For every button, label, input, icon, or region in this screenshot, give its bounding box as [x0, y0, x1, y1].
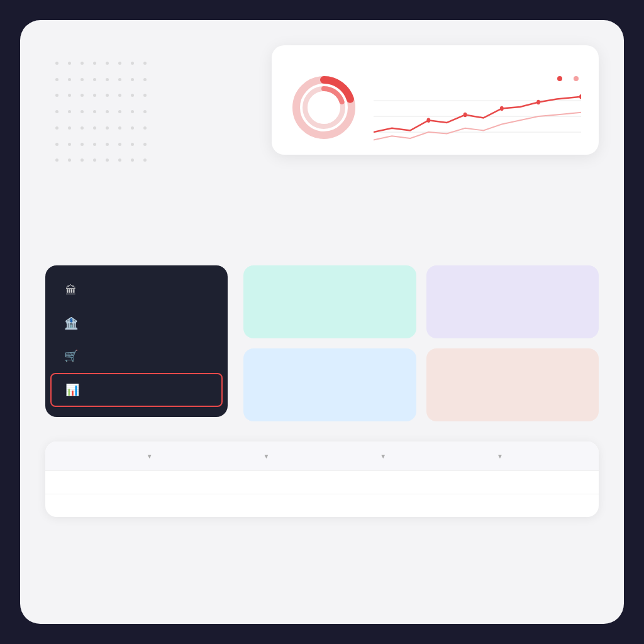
- cell-payment-0: [248, 471, 365, 494]
- filter-icon-payment: ▼: [263, 453, 269, 460]
- table-header-row: ▼ ▼ ▼ ▼: [45, 441, 599, 471]
- legend-dot-credit: [574, 76, 579, 81]
- col-status[interactable]: ▼: [482, 441, 599, 471]
- reports-icon: 📊: [65, 383, 79, 397]
- cell-status-1: [482, 494, 599, 518]
- sidebar-item-cash-bank[interactable]: 🏦: [50, 308, 223, 339]
- transactions-table: ▼ ▼ ▼ ▼: [45, 441, 599, 517]
- sidebar-item-reports[interactable]: 📊: [50, 373, 223, 407]
- legend-credit: [574, 76, 581, 81]
- cell-status-0: [482, 471, 599, 494]
- sidebar-item-online-store[interactable]: 🛒: [50, 340, 223, 372]
- filter-icon-status: ▼: [497, 453, 503, 460]
- svg-point-9: [500, 106, 504, 111]
- col-party-name[interactable]: [45, 441, 131, 471]
- cell-payment-1: [248, 494, 365, 518]
- store-icon: 🛒: [64, 349, 78, 363]
- stats-grid: [243, 265, 599, 421]
- table-row: [45, 471, 599, 494]
- table-body: [45, 471, 599, 518]
- col-payment[interactable]: ▼: [248, 441, 365, 471]
- cell-trans-0: [131, 471, 248, 494]
- main-container: const grid = document.querySelector('.do…: [20, 20, 624, 624]
- stat-card-paid: [243, 265, 416, 338]
- table-header: ▼ ▼ ▼ ▼: [45, 441, 599, 471]
- col-transaction[interactable]: ▼: [131, 441, 248, 471]
- cashflow-body: [289, 73, 581, 142]
- stat-card-loyalty: [426, 265, 599, 338]
- line-chart-svg: [374, 85, 581, 148]
- sidebar-item-godown[interactable]: 🏛: [50, 275, 223, 306]
- svg-point-8: [464, 113, 467, 118]
- godown-icon: 🏛: [64, 284, 78, 297]
- stat-card-overdue: [426, 348, 599, 421]
- chart-legend: [374, 76, 581, 81]
- svg-point-11: [579, 94, 581, 99]
- filter-icon-trans: ▼: [147, 453, 153, 460]
- filter-icon-amount: ▼: [380, 453, 386, 460]
- svg-point-10: [536, 100, 540, 105]
- cell-amount-0: [365, 471, 482, 494]
- dot-grid-decoration: const grid = document.querySelector('.do…: [52, 58, 152, 171]
- bank-icon: 🏦: [64, 316, 78, 330]
- line-chart: [374, 76, 581, 139]
- col-amount[interactable]: ▼: [365, 441, 482, 471]
- cell-party-1: [45, 494, 131, 518]
- cell-trans-1: [131, 494, 248, 518]
- cashflow-card: [272, 45, 599, 155]
- sidebar: 🏛 🏦 🛒 📊: [45, 265, 228, 417]
- transactions-table-section: ▼ ▼ ▼ ▼: [45, 441, 599, 517]
- donut-chart: [289, 73, 358, 142]
- svg-point-7: [426, 118, 430, 123]
- legend-debit: [557, 76, 565, 81]
- stat-card-unpaid: [243, 348, 416, 421]
- cell-party-0: [45, 471, 131, 494]
- legend-dot-debit: [557, 76, 562, 81]
- table-row: [45, 494, 599, 518]
- cell-amount-1: [365, 494, 482, 518]
